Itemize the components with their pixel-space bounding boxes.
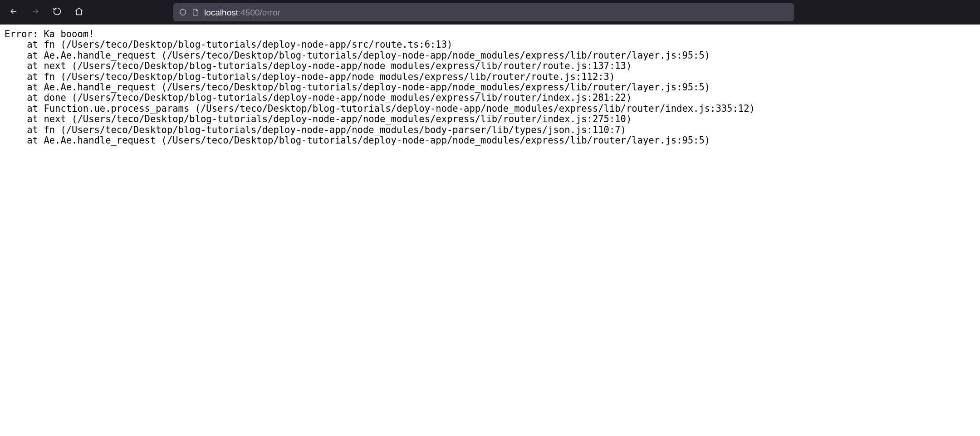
url-text: localhost:4500/error: [204, 8, 280, 17]
address-bar-container: localhost:4500/error: [173, 3, 794, 21]
back-button[interactable]: [5, 3, 23, 21]
shield-icon: [179, 8, 187, 16]
url-rest: :4500/error: [238, 8, 280, 17]
url-host: localhost: [204, 8, 238, 17]
reload-button[interactable]: [48, 3, 66, 21]
page-icon: [191, 8, 200, 16]
browser-toolbar: localhost:4500/error: [0, 0, 980, 25]
address-bar[interactable]: localhost:4500/error: [173, 3, 794, 21]
arrow-right-icon: [31, 7, 40, 18]
arrow-left-icon: [9, 7, 18, 18]
forward-button[interactable]: [26, 3, 44, 21]
error-stack-trace: Error: Ka booom! at fn (/Users/teco/Desk…: [0, 25, 980, 150]
reload-icon: [53, 7, 62, 18]
home-button[interactable]: [70, 3, 88, 21]
home-icon: [74, 7, 83, 18]
